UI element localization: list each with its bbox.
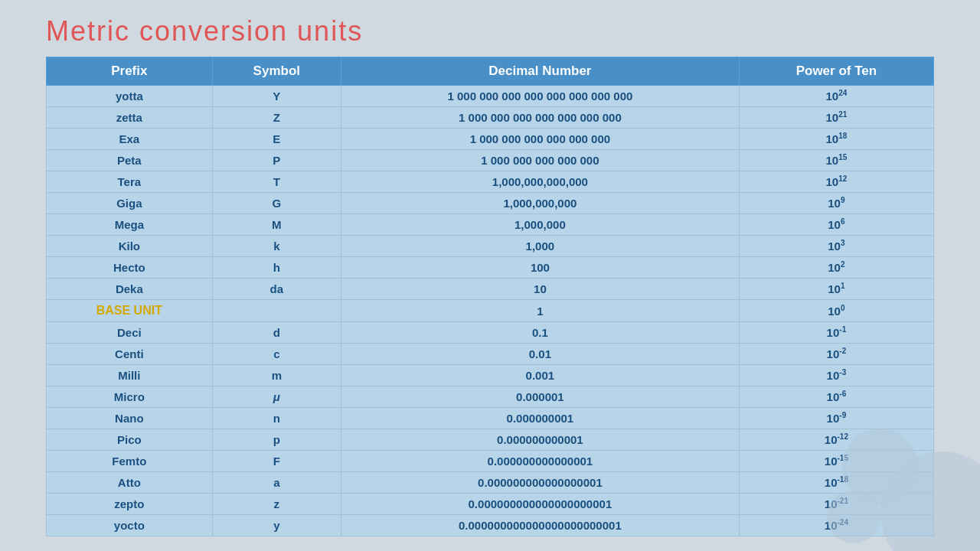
symbol-cell: d	[212, 322, 341, 344]
symbol-cell: da	[212, 279, 341, 300]
power-cell: 10-1	[739, 322, 933, 344]
prefix-cell: yotta	[47, 86, 213, 107]
col-header-prefix: Prefix	[47, 57, 213, 86]
decimal-cell: 100	[341, 257, 739, 279]
table-row: yoctoy0.00000000000000000000000110-24	[47, 515, 934, 536]
symbol-cell: h	[212, 257, 341, 279]
prefix-cell: Atto	[47, 472, 213, 494]
decimal-cell: 1,000,000,000,000	[341, 171, 739, 193]
decimal-cell: 0.000000000000000001	[341, 472, 739, 494]
symbol-cell: y	[212, 515, 341, 536]
decimal-cell: 0.01	[341, 344, 739, 365]
symbol-cell: k	[212, 236, 341, 257]
power-cell: 109	[739, 193, 933, 214]
circle-decoration-3	[827, 490, 880, 543]
prefix-cell: zepto	[47, 494, 213, 515]
table-row: Dekada10101	[47, 279, 934, 300]
decimal-cell: 1,000,000,000	[341, 193, 739, 214]
decorative-circles	[827, 398, 980, 551]
power-cell: 100	[739, 300, 933, 322]
decimal-cell: 1,000	[341, 236, 739, 257]
decimal-cell: 1 000 000 000 000 000 000 000	[341, 107, 739, 129]
decimal-cell: 10	[341, 279, 739, 300]
decimal-cell: 1,000,000	[341, 214, 739, 236]
power-cell: 1018	[739, 129, 933, 150]
table-row: Microμ0.00000110-6	[47, 386, 934, 408]
prefix-cell: yocto	[47, 515, 213, 536]
symbol-cell	[212, 300, 341, 322]
decimal-cell: 0.000000001	[341, 408, 739, 429]
table-row: Attoa0.00000000000000000110-18	[47, 472, 934, 494]
symbol-cell: μ	[212, 386, 341, 408]
table-row: zettaZ1 000 000 000 000 000 000 0001021	[47, 107, 934, 129]
prefix-cell: Milli	[47, 365, 213, 386]
power-cell: 101	[739, 279, 933, 300]
decimal-cell: 1	[341, 300, 739, 322]
prefix-cell: BASE UNIT	[47, 300, 213, 322]
decimal-cell: 0.000000000000000000000001	[341, 515, 739, 536]
prefix-cell: Micro	[47, 386, 213, 408]
symbol-cell: G	[212, 193, 341, 214]
table-row: PetaP1 000 000 000 000 0001015	[47, 150, 934, 171]
symbol-cell: Z	[212, 107, 341, 129]
prefix-cell: Tera	[47, 171, 213, 193]
col-header-power: Power of Ten	[739, 57, 933, 86]
prefix-cell: zetta	[47, 107, 213, 129]
table-row: Centic0.0110-2	[47, 344, 934, 365]
prefix-cell: Deci	[47, 322, 213, 344]
table-row: Kilok1,000103	[47, 236, 934, 257]
symbol-cell: Y	[212, 86, 341, 107]
symbol-cell: T	[212, 171, 341, 193]
prefix-cell: Nano	[47, 408, 213, 429]
prefix-cell: Centi	[47, 344, 213, 365]
decimal-cell: 0.1	[341, 322, 739, 344]
decimal-cell: 0.000000000001	[341, 429, 739, 451]
table-row: MegaM1,000,000106	[47, 214, 934, 236]
power-cell: 1021	[739, 107, 933, 129]
page-title: Metric conversion units	[46, 15, 934, 47]
power-cell: 102	[739, 257, 933, 279]
symbol-cell: n	[212, 408, 341, 429]
table-row: Picop0.00000000000110-12	[47, 429, 934, 451]
table-row: FemtoF0.00000000000000110-15	[47, 451, 934, 472]
power-cell: 10-3	[739, 365, 933, 386]
table-row: BASE UNIT1100	[47, 300, 934, 322]
table-row: ExaE1 000 000 000 000 000 0001018	[47, 129, 934, 150]
prefix-cell: Kilo	[47, 236, 213, 257]
prefix-cell: Exa	[47, 129, 213, 150]
symbol-cell: E	[212, 129, 341, 150]
prefix-cell: Mega	[47, 214, 213, 236]
symbol-cell: p	[212, 429, 341, 451]
power-cell: 1024	[739, 86, 933, 107]
conversion-table: Prefix Symbol Decimal Number Power of Te…	[46, 57, 934, 536]
table-row: Nanon0.00000000110-9	[47, 408, 934, 429]
symbol-cell: a	[212, 472, 341, 494]
prefix-cell: Peta	[47, 150, 213, 171]
col-header-symbol: Symbol	[212, 57, 341, 86]
table-header-row: Prefix Symbol Decimal Number Power of Te…	[47, 57, 934, 86]
prefix-cell: Pico	[47, 429, 213, 451]
table-row: Decid0.110-1	[47, 322, 934, 344]
table-row: TeraT1,000,000,000,0001012	[47, 171, 934, 193]
decimal-cell: 0.000000000000000000001	[341, 494, 739, 515]
power-cell: 10-2	[739, 344, 933, 365]
main-container: Metric conversion units Prefix Symbol De…	[46, 15, 934, 536]
symbol-cell: c	[212, 344, 341, 365]
symbol-cell: F	[212, 451, 341, 472]
table-row: yottaY1 000 000 000 000 000 000 000 0001…	[47, 86, 934, 107]
power-cell: 1012	[739, 171, 933, 193]
table-row: GigaG1,000,000,000109	[47, 193, 934, 214]
table-row: Hectoh100102	[47, 257, 934, 279]
prefix-cell: Deka	[47, 279, 213, 300]
symbol-cell: P	[212, 150, 341, 171]
col-header-decimal: Decimal Number	[341, 57, 739, 86]
power-cell: 106	[739, 214, 933, 236]
decimal-cell: 0.000000000000001	[341, 451, 739, 472]
decimal-cell: 0.000001	[341, 386, 739, 408]
decimal-cell: 1 000 000 000 000 000 000	[341, 129, 739, 150]
table-row: Millim0.00110-3	[47, 365, 934, 386]
table-row: zeptoz0.00000000000000000000110-21	[47, 494, 934, 515]
symbol-cell: M	[212, 214, 341, 236]
decimal-cell: 0.001	[341, 365, 739, 386]
prefix-cell: Hecto	[47, 257, 213, 279]
